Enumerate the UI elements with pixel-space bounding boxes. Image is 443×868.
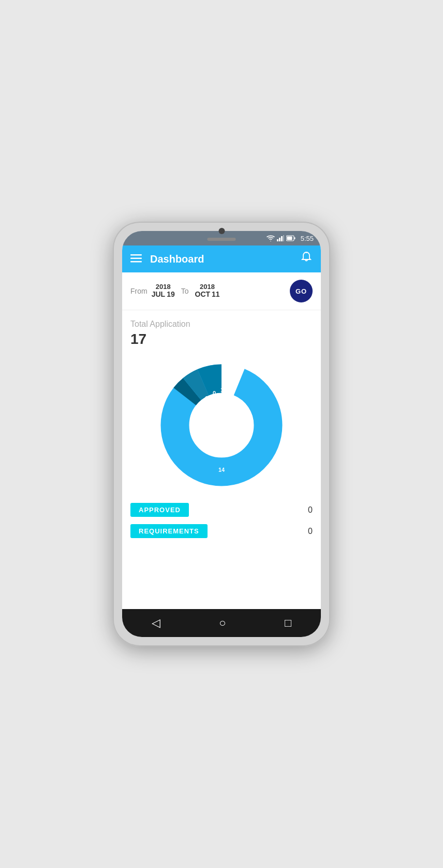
donut-chart: 14 1 0 1 0 [154, 358, 289, 493]
svg-rect-1 [279, 238, 280, 241]
battery-icon [286, 235, 296, 241]
from-year: 2018 [156, 283, 171, 291]
home-nav-icon[interactable]: ○ [219, 616, 226, 630]
legend-row-requirements: REQUIREMENTS 0 [130, 524, 313, 538]
svg-point-10 [306, 252, 307, 253]
legend-row-approved: APPROVED 0 [130, 503, 313, 517]
svg-rect-0 [277, 239, 278, 241]
from-day: 19 [167, 291, 175, 298]
bell-icon[interactable] [300, 251, 313, 267]
bottom-nav: ◁ ○ □ [122, 609, 321, 637]
svg-rect-2 [281, 236, 283, 241]
requirements-count: 0 [308, 527, 313, 536]
date-filter: From 2018 JUL 19 To 2018 OCT 11 GO [122, 272, 321, 310]
svg-rect-5 [287, 237, 292, 240]
svg-rect-6 [294, 237, 295, 239]
to-month: OCT [195, 291, 211, 298]
approved-badge[interactable]: APPROVED [130, 503, 189, 517]
from-label: From [130, 287, 147, 295]
svg-text:14: 14 [218, 467, 225, 473]
wifi-icon [267, 235, 275, 241]
requirements-badge[interactable]: REQUIREMENTS [130, 524, 208, 538]
svg-rect-3 [283, 235, 284, 241]
main-content: Total Application 17 [122, 310, 321, 609]
svg-text:0: 0 [228, 387, 231, 393]
to-date[interactable]: 2018 OCT 11 [195, 283, 220, 299]
status-icons [267, 235, 296, 241]
total-app-label: Total Application [130, 320, 313, 329]
menu-icon[interactable] [130, 253, 142, 265]
svg-text:1: 1 [205, 395, 208, 401]
svg-rect-7 [130, 254, 142, 256]
phone-frame: 5:55 Dashboard From [113, 222, 330, 646]
recent-nav-icon[interactable]: □ [285, 616, 291, 630]
svg-text:1: 1 [220, 387, 224, 393]
phone-screen: 5:55 Dashboard From [122, 231, 321, 637]
go-button[interactable]: GO [290, 280, 313, 302]
approved-count: 0 [308, 505, 313, 515]
svg-text:0: 0 [213, 390, 216, 396]
to-label: To [181, 287, 189, 295]
back-nav-icon[interactable]: ◁ [152, 616, 160, 630]
from-date[interactable]: 2018 JUL 19 [152, 283, 175, 299]
from-month: JUL [152, 291, 165, 298]
svg-rect-8 [130, 257, 142, 259]
app-bar-title: Dashboard [150, 253, 300, 265]
total-app-value: 17 [130, 331, 313, 348]
signal-icon [277, 235, 284, 241]
svg-point-15 [189, 393, 254, 457]
status-time: 5:55 [301, 235, 314, 242]
app-bar: Dashboard [122, 245, 321, 272]
to-day: 11 [212, 291, 220, 298]
chart-container: 14 1 0 1 0 [130, 358, 313, 493]
svg-rect-9 [130, 261, 142, 263]
to-year: 2018 [200, 283, 215, 291]
